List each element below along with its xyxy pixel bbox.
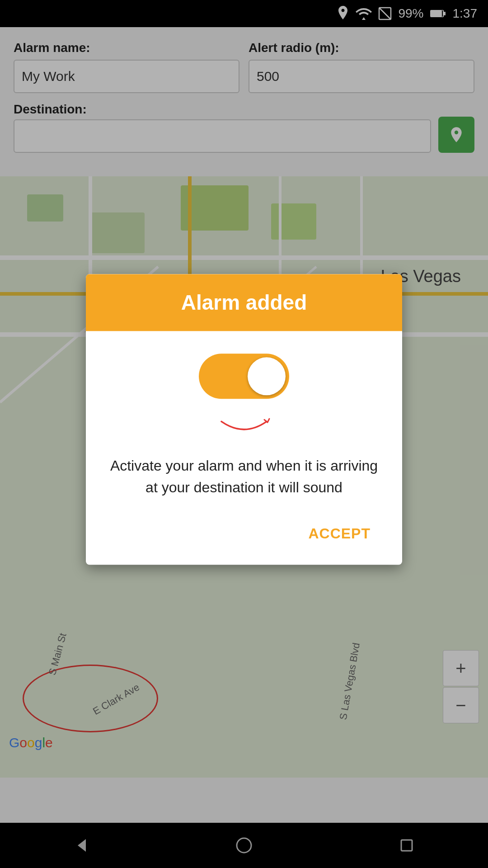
- accept-button[interactable]: ACCEPT: [299, 521, 380, 547]
- dialog-message: Activate your alarm and when it is arriv…: [108, 455, 380, 498]
- alarm-toggle[interactable]: [199, 354, 289, 399]
- smile-icon: [212, 412, 276, 441]
- alarm-added-dialog: Alarm added Activate your alarm and when…: [86, 274, 402, 565]
- dialog-title: Alarm added: [99, 290, 389, 315]
- toggle-knob: [248, 357, 286, 395]
- dialog-actions: ACCEPT: [108, 516, 380, 547]
- dialog-header: Alarm added: [86, 274, 402, 331]
- toggle-container: [199, 354, 289, 399]
- dialog-body: Activate your alarm and when it is arriv…: [86, 331, 402, 565]
